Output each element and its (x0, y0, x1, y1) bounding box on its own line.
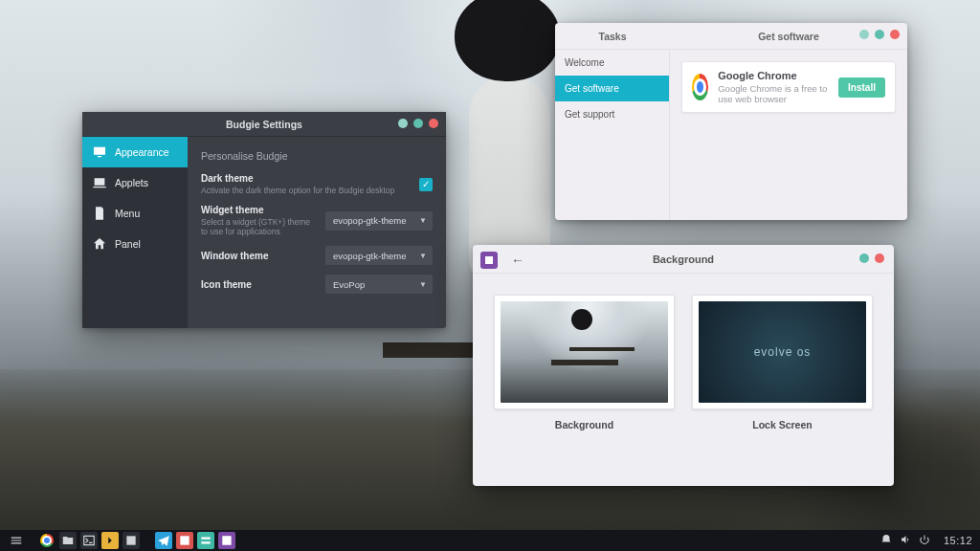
row-widget-theme: Widget theme Select a widget (GTK+) them… (201, 205, 433, 236)
software-main: Google Chrome Google Chrome is a free to… (670, 50, 907, 220)
dark-theme-sub: Activate the dark theme option for the B… (201, 186, 410, 195)
chevron-down-icon: ▼ (419, 252, 427, 260)
window-controls (398, 119, 438, 128)
widget-theme-sub: Select a widget (GTK+) theme to use for … (201, 217, 316, 236)
tray-volume-icon[interactable] (900, 534, 911, 547)
row-icon-theme: Icon theme EvoPop ▼ (201, 275, 433, 294)
app-desc: Google Chrome is a free to use web brows… (718, 83, 829, 104)
window-controls (859, 30, 900, 39)
document-icon (92, 206, 107, 221)
taskbar-terminal-icon[interactable] (80, 532, 98, 549)
budgie-sidebar: Appearance Applets Menu Panel (82, 137, 188, 328)
taskbar-files-icon[interactable] (59, 532, 77, 549)
sidebar-item-label: Applets (115, 177, 148, 188)
background-caption: Background (555, 419, 613, 430)
sidebar-item-panel[interactable]: Panel (82, 229, 188, 259)
icon-theme-label: Icon theme (201, 279, 316, 290)
widget-theme-value: evopop-gtk-theme (333, 215, 407, 226)
budgie-content: Personalise Budgie Dark theme Activate t… (188, 137, 446, 328)
taskbar-chrome-icon[interactable] (38, 532, 56, 549)
sidebar-item-applets[interactable]: Applets (82, 167, 188, 198)
taskbar-clock[interactable]: 15:12 (944, 535, 972, 546)
background-title: Background (473, 253, 894, 265)
app-row-chrome[interactable]: Google Chrome Google Chrome is a free to… (681, 61, 896, 113)
taskbar-plex-icon[interactable] (101, 532, 119, 549)
taskbar-settings-icon[interactable] (122, 532, 140, 549)
home-icon (92, 236, 107, 252)
monitor-icon (92, 144, 107, 160)
maximize-button[interactable] (413, 119, 423, 128)
tray-power-icon[interactable] (919, 534, 930, 547)
lockscreen-thumbnail[interactable]: evolve os (692, 295, 873, 409)
row-window-theme: Window theme evopop-gtk-theme ▼ (201, 246, 433, 265)
sidebar-item-appearance[interactable]: Appearance (82, 137, 188, 167)
background-thumbnail[interactable] (494, 295, 675, 409)
tasks-sidebar: Welcome Get software Get support (555, 50, 670, 220)
taskbar-background-icon[interactable] (218, 532, 235, 549)
sidebar-item-menu[interactable]: Menu (82, 198, 188, 229)
sidebar-item-support[interactable]: Get support (555, 101, 669, 127)
window-theme-dropdown[interactable]: evopop-gtk-theme ▼ (325, 246, 433, 265)
background-window[interactable]: ← Background Background evolve os Lock S… (473, 245, 894, 486)
background-app-icon (480, 252, 498, 269)
content-heading: Personalise Budgie (201, 150, 433, 162)
app-name: Google Chrome (718, 70, 829, 81)
widget-theme-dropdown[interactable]: evopop-gtk-theme ▼ (325, 211, 433, 231)
titlebar-tabs: Tasks Get software (555, 23, 907, 50)
desktop: Budgie Settings Appearance Applets (0, 0, 980, 551)
taskbar[interactable]: 15:12 (0, 530, 980, 551)
background-card[interactable]: Background (494, 295, 675, 430)
background-titlebar[interactable]: ← Background (473, 245, 894, 274)
window-theme-label: Window theme (201, 251, 316, 261)
install-button[interactable]: Install (838, 77, 885, 98)
minimize-button[interactable] (398, 119, 408, 128)
dark-theme-checkbox[interactable]: ✓ (419, 178, 433, 191)
tray-notifications-icon[interactable] (880, 534, 892, 547)
row-dark-theme: Dark theme Activate the dark theme optio… (201, 173, 433, 195)
window-controls (859, 253, 884, 263)
budgie-titlebar[interactable]: Budgie Settings (82, 112, 446, 137)
chevron-down-icon: ▼ (419, 280, 427, 289)
window-theme-value: evopop-gtk-theme (333, 251, 407, 261)
system-tray: 15:12 (880, 534, 972, 547)
tab-tasks[interactable]: Tasks (555, 23, 670, 49)
sidebar-item-software[interactable]: Get software (555, 76, 669, 101)
budgie-settings-window[interactable]: Budgie Settings Appearance Applets (82, 112, 446, 328)
lockscreen-text: evolve os (754, 345, 812, 359)
chevron-down-icon: ▼ (419, 216, 427, 225)
taskbar-app-teal-icon[interactable] (197, 532, 214, 549)
sidebar-item-label: Appearance (115, 146, 169, 158)
taskbar-app-red-icon[interactable] (176, 532, 193, 549)
applets-icon (92, 175, 107, 190)
close-button[interactable] (875, 253, 884, 263)
sidebar-item-label: Panel (115, 238, 141, 250)
close-button[interactable] (890, 30, 900, 39)
lockscreen-caption: Lock Screen (752, 419, 812, 430)
taskbar-telegram-icon[interactable] (155, 532, 172, 549)
icon-theme-value: EvoPop (333, 279, 365, 290)
lockscreen-card[interactable]: evolve os Lock Screen (692, 295, 873, 430)
maximize-button[interactable] (875, 30, 884, 39)
menu-icon[interactable] (8, 532, 25, 549)
minimize-button[interactable] (859, 30, 869, 39)
close-button[interactable] (429, 119, 438, 128)
back-button[interactable]: ← (507, 251, 528, 270)
sidebar-item-welcome[interactable]: Welcome (555, 50, 669, 76)
sidebar-item-label: Menu (115, 208, 140, 219)
get-software-window[interactable]: Tasks Get software Welcome Get software … (555, 23, 907, 220)
budgie-title: Budgie Settings (82, 119, 446, 130)
icon-theme-dropdown[interactable]: EvoPop ▼ (325, 275, 433, 294)
widget-theme-label: Widget theme (201, 205, 316, 215)
chrome-icon (692, 74, 708, 100)
dark-theme-label: Dark theme (201, 173, 410, 184)
maximize-button[interactable] (859, 253, 869, 263)
